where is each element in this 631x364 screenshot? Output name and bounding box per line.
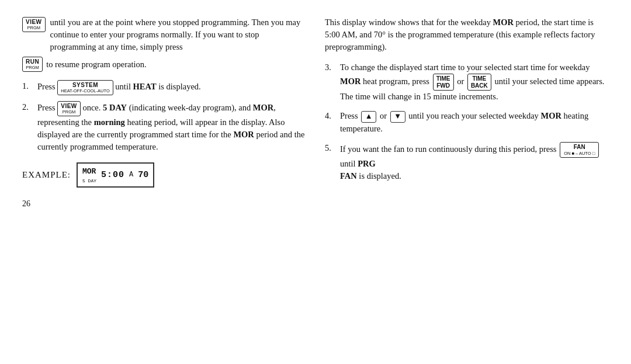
- item-5-content: If you want the fan to run continuously …: [340, 142, 609, 182]
- run-prgm-line: RUN PRGM to resume program operation.: [22, 57, 306, 72]
- run-prgm-key: RUN PRGM: [22, 57, 43, 72]
- item-2-content: Press VIEW PRGM once. 5 DAY (indicating …: [37, 101, 306, 155]
- item-2-number: 2.: [22, 101, 33, 113]
- right-list-item-5: 5. If you want the fan to run continuous…: [325, 142, 609, 182]
- item-4-number: 4.: [325, 110, 335, 122]
- item-3-number: 3.: [325, 61, 335, 74]
- item-5-text2: until: [340, 159, 358, 168]
- item-4-or: or: [380, 111, 389, 120]
- item-1-text1: until HEAT is displayed.: [115, 82, 200, 92]
- right-list-item-3: 3. To change the displayed start time to…: [325, 61, 609, 103]
- lcd-display: MOR 5 DAY 5:00 A 70: [77, 162, 154, 187]
- run-prgm-sub: PRGM: [26, 65, 39, 71]
- item-4-press: Press: [340, 111, 360, 120]
- lcd-mor-section: MOR 5 DAY: [82, 165, 96, 184]
- lcd-temp: 70: [138, 169, 148, 182]
- right-column: This display window shows that for the w…: [325, 16, 609, 210]
- item-1-text2: is displayed.: [157, 82, 201, 92]
- item-5-text1: If you want the fan to run continuously …: [340, 144, 559, 154]
- item-2-morning: morning: [94, 117, 125, 127]
- fan-key-bot: ON ■ – AUTO □: [564, 151, 595, 156]
- item-4-mor: MOR: [541, 111, 561, 120]
- view-prgm-2-sub: PRGM: [63, 110, 76, 115]
- list-item-2: 2. Press VIEW PRGM once. 5 DAY (indicati…: [22, 101, 306, 155]
- example-block: EXAMPLE: MOR 5 DAY 5:00 A 70: [22, 162, 306, 187]
- system-key: SYSTEM HEAT-OFF-COOL-AUTO: [57, 80, 113, 95]
- fan-key: FAN ON ■ – AUTO □: [560, 142, 599, 158]
- item-1-number: 1.: [22, 80, 33, 92]
- item-4-text2: until you reach your selected weekday: [408, 111, 540, 120]
- time-back-key: TIME BACK: [467, 74, 491, 91]
- view-prgm-key-2: VIEW PRGM: [57, 101, 81, 116]
- fan-key-top: FAN: [574, 144, 585, 151]
- item-5-number: 5.: [325, 142, 335, 154]
- left-column: VIEW PRGM until you are at the point whe…: [22, 16, 306, 210]
- item-4-content: Press ▲ or ▼ until you reach your select…: [340, 110, 609, 135]
- view-prgm-key: VIEW PRGM: [22, 17, 46, 32]
- item-1-heat-bold: HEAT: [133, 82, 157, 92]
- time-fwd-sub: FWD: [436, 82, 450, 89]
- item-1-press: Press: [37, 82, 57, 92]
- item-5-text3: is displayed.: [357, 171, 401, 181]
- lcd-mor: MOR: [82, 167, 96, 176]
- item-2-press: Press: [37, 103, 57, 113]
- intro-text: until you are at the point where you sto…: [50, 16, 306, 53]
- item-3-or: or: [457, 77, 466, 86]
- time-fwd-key: TIME FWD: [433, 74, 454, 91]
- item-3-text2: heat program, press: [360, 77, 431, 86]
- page-number: 26: [22, 198, 306, 210]
- item-1-content: Press SYSTEM HEAT-OFF-COOL-AUTO until HE…: [37, 80, 306, 95]
- run-prgm-main: RUN: [26, 58, 39, 65]
- intro-block: VIEW PRGM until you are at the point whe…: [22, 16, 306, 72]
- system-key-main: SYSTEM: [72, 82, 98, 89]
- item-2-text-before: once.: [82, 103, 103, 113]
- item-3-content: To change the displayed start time to yo…: [340, 61, 609, 103]
- right-intro-para: This display window shows that for the w…: [325, 16, 609, 53]
- list-item-1: 1. Press SYSTEM HEAT-OFF-COOL-AUTO until…: [22, 80, 306, 95]
- lcd-5day: 5 DAY: [82, 178, 96, 185]
- intro-first-line: VIEW PRGM until you are at the point whe…: [22, 16, 306, 53]
- arrow-down-btn: ▼: [390, 111, 405, 123]
- item-3-text1: To change the displayed start time to yo…: [340, 63, 590, 72]
- arrow-up-icon: ▲: [365, 111, 373, 122]
- item-2-mor2: MOR: [233, 130, 254, 139]
- right-intro-bold1: MOR: [493, 18, 514, 27]
- lcd-time: 5:00: [101, 169, 124, 182]
- item-2-para1: Press VIEW PRGM once. 5 DAY (indicating …: [37, 101, 306, 153]
- item-2-mor: MOR: [253, 103, 273, 113]
- time-back-sub: BACK: [471, 82, 488, 89]
- view-prgm-sub: PRGM: [27, 26, 41, 31]
- example-label: EXAMPLE:: [22, 169, 71, 182]
- right-intro-text1: This display window shows that for the w…: [325, 18, 493, 27]
- item-2-text1: (indicating week-day program), and: [127, 103, 253, 113]
- item-2-5day: 5 DAY: [103, 103, 127, 113]
- time-fwd-main: TIME: [436, 75, 450, 82]
- lcd-am: A: [129, 170, 133, 180]
- arrow-down-icon: ▼: [394, 111, 401, 122]
- run-prgm-text: to resume program operation.: [46, 58, 147, 71]
- arrow-up-btn: ▲: [361, 111, 376, 123]
- system-key-sub: HEAT-OFF-COOL-AUTO: [61, 89, 109, 94]
- view-prgm-main: VIEW: [26, 19, 42, 26]
- item-3-mor: MOR: [340, 77, 360, 86]
- right-list-item-4: 4. Press ▲ or ▼ until you reach your sel…: [325, 110, 609, 135]
- time-back-main: TIME: [472, 75, 486, 82]
